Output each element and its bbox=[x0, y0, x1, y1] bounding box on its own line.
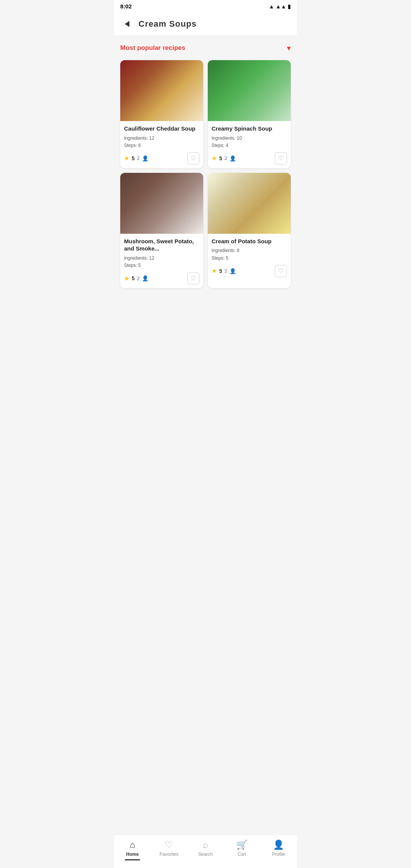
bottom-nav: ⌂ Home ♡ Favorites ⌕ Search 🛒 Cart 👤 Pro… bbox=[114, 834, 297, 868]
search-icon: ⌕ bbox=[203, 839, 208, 850]
heart-icon: ♡ bbox=[278, 155, 284, 162]
nav-item-favorites[interactable]: ♡ Favorites bbox=[151, 838, 187, 862]
recipe-stats: ★ 5 2 👤 bbox=[124, 155, 148, 162]
stat-rating: 5 bbox=[219, 268, 222, 274]
stat-rating: 5 bbox=[132, 275, 135, 281]
back-arrow-icon bbox=[125, 21, 129, 27]
nav-label-home: Home bbox=[126, 852, 139, 857]
recipe-footer: ★ 5 2 👤 ♡ bbox=[124, 152, 199, 164]
star-icon: ★ bbox=[212, 267, 217, 274]
filter-label: Most popular recipes bbox=[120, 44, 185, 52]
stat-people: 2 bbox=[137, 155, 140, 161]
stat-people: 2 bbox=[225, 268, 227, 274]
header: Cream Soups bbox=[114, 13, 297, 36]
stat-rating: 5 bbox=[219, 155, 222, 161]
status-bar: 8:02 ▲ ▲▲ ▮ bbox=[114, 0, 297, 13]
cart-icon: 🛒 bbox=[236, 839, 248, 850]
recipe-image-cauliflower bbox=[120, 60, 203, 121]
favorite-button[interactable]: ♡ bbox=[275, 265, 287, 277]
nav-item-cart[interactable]: 🛒 Cart bbox=[224, 838, 260, 862]
person-icon: 👤 bbox=[229, 155, 236, 161]
heart-icon: ♡ bbox=[191, 275, 196, 282]
recipe-name: Cream of Potato Soup bbox=[212, 238, 287, 245]
nav-label-favorites: Favorites bbox=[159, 852, 178, 857]
recipe-card-body: Mushroom, Sweet Potato, and Smoke... Ing… bbox=[120, 234, 203, 288]
recipe-footer: ★ 5 2 👤 ♡ bbox=[124, 272, 199, 284]
nav-active-indicator bbox=[125, 859, 140, 860]
stat-rating: 5 bbox=[132, 155, 135, 161]
recipe-ingredients: Ingredients: 9Steps: 5 bbox=[212, 247, 287, 262]
stat-people: 2 bbox=[225, 155, 227, 161]
recipe-name: Creamy Spinach Soup bbox=[212, 125, 287, 132]
nav-label-search: Search bbox=[198, 852, 213, 857]
recipe-card-potato[interactable]: Cream of Potato Soup Ingredients: 9Steps… bbox=[208, 173, 291, 288]
chevron-down-icon: ▾ bbox=[287, 43, 291, 53]
recipe-card-mushroom[interactable]: Mushroom, Sweet Potato, and Smoke... Ing… bbox=[120, 173, 203, 288]
profile-icon: 👤 bbox=[273, 839, 284, 850]
recipe-name: Mushroom, Sweet Potato, and Smoke... bbox=[124, 238, 199, 252]
recipe-card-spinach[interactable]: Creamy Spinach Soup Ingredients: 10Steps… bbox=[208, 60, 291, 168]
recipe-ingredients: Ingredients: 12Steps: 5 bbox=[124, 255, 199, 269]
recipe-image-mushroom bbox=[120, 173, 203, 234]
status-icons: ▲ ▲▲ ▮ bbox=[269, 3, 291, 10]
filter-row[interactable]: Most popular recipes ▾ bbox=[120, 42, 291, 54]
recipe-ingredients: Ingredients: 12Steps: 6 bbox=[124, 135, 199, 149]
favorite-button[interactable]: ♡ bbox=[275, 152, 287, 164]
recipe-ingredients: Ingredients: 10Steps: 4 bbox=[212, 135, 287, 149]
wifi-icon: ▲ bbox=[269, 3, 274, 10]
person-icon: 👤 bbox=[229, 268, 236, 274]
favorite-button[interactable]: ♡ bbox=[187, 152, 199, 164]
nav-label-cart: Cart bbox=[238, 852, 247, 857]
recipe-card-body: Cream of Potato Soup Ingredients: 9Steps… bbox=[208, 234, 291, 281]
recipes-grid: Cauliflower Cheddar Soup Ingredients: 12… bbox=[120, 60, 291, 288]
recipe-name: Cauliflower Cheddar Soup bbox=[124, 125, 199, 132]
nav-label-profile: Profile bbox=[272, 852, 285, 857]
recipe-card-cauliflower[interactable]: Cauliflower Cheddar Soup Ingredients: 12… bbox=[120, 60, 203, 168]
nav-item-search[interactable]: ⌕ Search bbox=[187, 838, 224, 862]
person-icon: 👤 bbox=[142, 155, 148, 161]
favorite-button[interactable]: ♡ bbox=[187, 272, 199, 284]
signal-icon: ▲▲ bbox=[276, 3, 286, 10]
battery-icon: ▮ bbox=[288, 3, 291, 10]
recipe-footer: ★ 5 2 👤 ♡ bbox=[212, 265, 287, 277]
recipe-image-spinach bbox=[208, 60, 291, 121]
heart-icon: ♡ bbox=[191, 155, 196, 162]
back-button[interactable] bbox=[120, 17, 134, 31]
recipe-stats: ★ 5 2 👤 bbox=[124, 275, 148, 282]
stat-people: 2 bbox=[137, 276, 140, 281]
heart-icon: ♡ bbox=[278, 267, 284, 274]
person-icon: 👤 bbox=[142, 275, 148, 281]
recipe-stats: ★ 5 2 👤 bbox=[212, 267, 236, 274]
recipe-footer: ★ 5 2 👤 ♡ bbox=[212, 152, 287, 164]
recipe-image-potato bbox=[208, 173, 291, 234]
page-title: Cream Soups bbox=[139, 19, 197, 29]
recipe-stats: ★ 5 2 👤 bbox=[212, 155, 236, 162]
star-icon: ★ bbox=[124, 275, 129, 282]
star-icon: ★ bbox=[212, 155, 217, 162]
content-area: Most popular recipes ▾ Cauliflower Chedd… bbox=[114, 36, 297, 319]
recipe-card-body: Cauliflower Cheddar Soup Ingredients: 12… bbox=[120, 121, 203, 168]
nav-item-profile[interactable]: 👤 Profile bbox=[260, 838, 297, 862]
home-icon: ⌂ bbox=[130, 839, 135, 850]
recipe-card-body: Creamy Spinach Soup Ingredients: 10Steps… bbox=[208, 121, 291, 168]
star-icon: ★ bbox=[124, 155, 129, 162]
nav-item-home[interactable]: ⌂ Home bbox=[114, 838, 151, 862]
heart-nav-icon: ♡ bbox=[165, 839, 173, 850]
status-time: 8:02 bbox=[120, 3, 132, 10]
